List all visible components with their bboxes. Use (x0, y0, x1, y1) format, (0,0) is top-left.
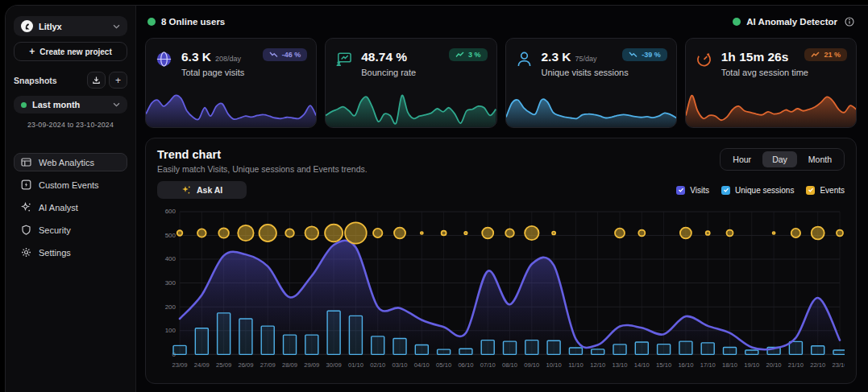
online-users-label: 8 Online users (161, 17, 225, 27)
svg-text:27/09: 27/09 (260, 361, 276, 369)
svg-text:26/09: 26/09 (238, 361, 253, 369)
stat-card-avg-session-time: 1h 15m 26s Total avg session time 21 % (685, 38, 857, 128)
snapshots-header: Snapshots + (14, 72, 127, 89)
checkbox-events (806, 186, 815, 195)
stat-value: 1h 15m 26s (721, 50, 789, 64)
stat-label: Bouncing rate (361, 68, 416, 77)
snapshot-date-range: 23-09-2024 to 23-10-2024 (14, 121, 127, 129)
anomaly-status-dot (733, 18, 741, 26)
svg-text:25/09: 25/09 (216, 361, 231, 369)
svg-text:600: 600 (165, 208, 177, 215)
tab-hour[interactable]: Hour (723, 151, 761, 167)
add-snapshot-button[interactable]: + (109, 72, 127, 89)
svg-text:03/10: 03/10 (392, 361, 408, 369)
stat-label: Total page visits (181, 68, 244, 77)
svg-text:12/10: 12/10 (590, 361, 605, 369)
sidebar-item-ai-analyst[interactable]: AI Analyst (14, 198, 127, 217)
sidebar-item-label: Custom Events (39, 180, 99, 190)
sidebar-item-label: AI Analyst (39, 203, 78, 213)
tab-month[interactable]: Month (799, 151, 841, 167)
svg-text:17/10: 17/10 (700, 361, 716, 369)
stat-rate: 75/day (575, 55, 597, 63)
svg-text:04/10: 04/10 (414, 361, 430, 369)
svg-text:28/09: 28/09 (282, 361, 297, 369)
svg-text:22/10: 22/10 (810, 361, 825, 369)
svg-text:16/10: 16/10 (678, 361, 693, 369)
legend-item-events[interactable]: Events (806, 186, 845, 195)
web-analytics-icon (21, 157, 31, 167)
trend-badge: 3 % (449, 48, 488, 61)
sidebar: Litlyx + Create new project Snapshots + (6, 6, 136, 392)
export-snapshot-button[interactable] (87, 72, 106, 89)
trend-chart-svg: 010020030040050060023/0924/0925/0926/092… (157, 205, 845, 373)
svg-text:19/10: 19/10 (744, 361, 759, 369)
stat-cards-row: 6.3 K 208/day Total page visits -46 % (145, 38, 857, 128)
sidebar-item-label: Settings (39, 248, 71, 258)
legend-item-unique-sessions[interactable]: Unique sessions (721, 186, 794, 195)
sidebar-nav: Web Analytics Custom Events AI Analyst S… (14, 153, 127, 262)
sidebar-item-security[interactable]: Security (14, 221, 127, 239)
trend-badge: 21 % (804, 48, 847, 61)
svg-text:01/10: 01/10 (348, 361, 363, 369)
ask-ai-button[interactable]: Ask AI (157, 181, 247, 199)
svg-text:400: 400 (165, 256, 177, 263)
svg-text:24/09: 24/09 (194, 361, 210, 369)
sparkline-chart (506, 90, 676, 127)
anomaly-detector-label: AI Anomaly Detector (746, 17, 837, 27)
svg-text:15/10: 15/10 (656, 361, 671, 369)
svg-text:23/09: 23/09 (172, 361, 188, 369)
snapshots-label: Snapshots (14, 76, 57, 85)
trend-badge: -46 % (263, 48, 308, 61)
online-users-status: 8 Online users (147, 17, 225, 27)
stat-card-bouncing-rate: 48.74 % Bouncing rate 3 % (325, 38, 496, 128)
svg-text:100: 100 (165, 327, 177, 334)
svg-text:11/10: 11/10 (568, 361, 583, 369)
sidebar-item-web-analytics[interactable]: Web Analytics (14, 153, 127, 171)
gear-icon (21, 247, 31, 258)
sparkle-icon (181, 185, 191, 195)
app-window: Litlyx + Create new project Snapshots + (5, 5, 868, 392)
sparkline-chart (326, 90, 496, 127)
svg-text:02/10: 02/10 (370, 361, 385, 369)
litlyx-logo-icon (21, 20, 33, 32)
plus-icon: + (29, 47, 35, 56)
svg-text:09/10: 09/10 (524, 361, 539, 369)
sparkline-chart (146, 90, 316, 127)
sparkles-icon (21, 202, 31, 213)
stat-value: 48.74 % (361, 50, 407, 64)
svg-text:06/10: 06/10 (458, 361, 473, 369)
trend-badge: -39 % (622, 48, 667, 61)
trend-chart-area: 010020030040050060023/0924/0925/0926/092… (157, 205, 845, 373)
snapshot-selector[interactable]: Last month (14, 96, 127, 113)
custom-events-icon (21, 179, 31, 190)
sidebar-item-custom-events[interactable]: Custom Events (14, 175, 127, 194)
snapshot-status-dot (21, 102, 27, 108)
legend-item-visits[interactable]: Visits (676, 186, 709, 195)
svg-text:18/10: 18/10 (722, 361, 737, 369)
info-icon[interactable] (845, 17, 854, 27)
snapshot-selected-label: Last month (32, 100, 107, 109)
timer-icon (696, 51, 713, 68)
trend-header: Trend chart Easily match Visits, Unique … (157, 148, 368, 174)
shield-icon (21, 225, 31, 235)
stat-value: 2.3 K (542, 50, 571, 64)
globe-icon (156, 51, 173, 68)
svg-text:14/10: 14/10 (634, 361, 650, 369)
presentation-icon (335, 51, 353, 68)
project-selector[interactable]: Litlyx (14, 16, 127, 36)
snapshot-actions: + (87, 72, 127, 89)
tab-day[interactable]: Day (762, 151, 797, 167)
create-project-button[interactable]: + Create new project (14, 42, 127, 61)
user-icon (516, 51, 534, 68)
trend-subtitle: Easily match Visits, Unique sessions and… (157, 164, 368, 174)
trend-title: Trend chart (157, 148, 368, 161)
chevron-down-icon (113, 102, 120, 107)
project-name: Litlyx (39, 22, 107, 31)
svg-text:08/10: 08/10 (502, 361, 517, 369)
stat-label: Total avg session time (721, 68, 808, 77)
svg-text:500: 500 (165, 232, 177, 239)
svg-text:21/10: 21/10 (788, 361, 804, 369)
create-project-label: Create new project (39, 47, 111, 56)
sidebar-item-settings[interactable]: Settings (14, 243, 127, 262)
svg-text:20/10: 20/10 (766, 361, 782, 369)
